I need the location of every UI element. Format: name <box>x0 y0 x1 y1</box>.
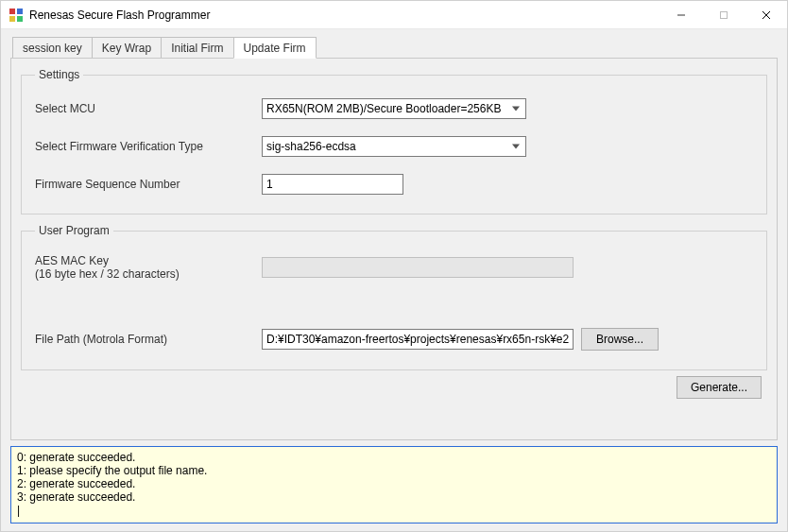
chevron-down-icon <box>512 145 520 149</box>
row-select-mcu: Select MCU RX65N(ROM 2MB)/Secure Bootloa… <box>35 98 753 119</box>
file-path-label: File Path (Motrola Format) <box>35 333 262 346</box>
file-path-input[interactable] <box>262 329 574 350</box>
aes-key-label-line1: AES MAC Key <box>35 254 109 267</box>
select-mcu-value: RX65N(ROM 2MB)/Secure Bootloader=256KB <box>266 102 501 115</box>
titlebar: Renesas Secure Flash Programmer <box>1 1 787 29</box>
svg-rect-2 <box>9 16 15 22</box>
select-mcu-label: Select MCU <box>35 102 262 115</box>
window-title: Renesas Secure Flash Programmer <box>29 9 660 22</box>
select-mcu-dropdown[interactable]: RX65N(ROM 2MB)/Secure Bootloader=256KB <box>262 98 526 119</box>
svg-rect-1 <box>17 9 23 14</box>
tab-update-firm[interactable]: Update Firm <box>233 37 317 59</box>
settings-group: Settings Select MCU RX65N(ROM 2MB)/Secur… <box>21 68 767 215</box>
verification-type-value: sig-sha256-ecdsa <box>266 140 356 153</box>
seq-number-input[interactable] <box>262 174 403 195</box>
svg-rect-0 <box>9 9 15 14</box>
aes-key-label: AES MAC Key (16 byte hex / 32 characters… <box>35 254 262 281</box>
generate-row: Generate... <box>21 376 767 399</box>
tab-strip: session key Key Wrap Initial Firm Update… <box>12 35 778 58</box>
row-aes-key: AES MAC Key (16 byte hex / 32 characters… <box>35 254 753 281</box>
tab-initial-firm[interactable]: Initial Firm <box>161 37 233 58</box>
window-control-group <box>660 1 787 29</box>
verification-type-dropdown[interactable]: sig-sha256-ecdsa <box>262 136 526 157</box>
aes-key-input <box>262 257 574 278</box>
minimize-button[interactable] <box>660 1 702 29</box>
row-verification-type: Select Firmware Verification Type sig-sh… <box>35 136 753 157</box>
verification-type-label: Select Firmware Verification Type <box>35 140 262 153</box>
aes-key-label-line2: (16 byte hex / 32 characters) <box>35 267 262 281</box>
browse-button[interactable]: Browse... <box>581 328 659 351</box>
log-output[interactable]: 0: generate succeeded. 1: please specify… <box>10 446 778 523</box>
app-window: Renesas Secure Flash Programmer session … <box>0 0 788 532</box>
tab-session-key[interactable]: session key <box>12 37 93 58</box>
svg-rect-3 <box>17 16 23 22</box>
row-file-path: File Path (Motrola Format) Browse... <box>35 328 753 351</box>
tab-key-wrap[interactable]: Key Wrap <box>92 37 162 58</box>
close-button[interactable] <box>745 1 787 29</box>
generate-button[interactable]: Generate... <box>677 376 762 399</box>
tab-page-update-firm: Settings Select MCU RX65N(ROM 2MB)/Secur… <box>10 58 778 440</box>
settings-legend: Settings <box>35 68 83 81</box>
client-area: session key Key Wrap Initial Firm Update… <box>1 29 787 531</box>
maximize-button[interactable] <box>702 1 745 29</box>
user-program-legend: User Program <box>35 224 113 237</box>
row-seq-number: Firmware Sequence Number <box>35 174 753 195</box>
svg-rect-5 <box>720 11 727 18</box>
chevron-down-icon <box>512 107 520 112</box>
seq-number-label: Firmware Sequence Number <box>35 178 262 191</box>
app-icon <box>9 8 24 23</box>
user-program-group: User Program AES MAC Key (16 byte hex / … <box>21 224 767 370</box>
